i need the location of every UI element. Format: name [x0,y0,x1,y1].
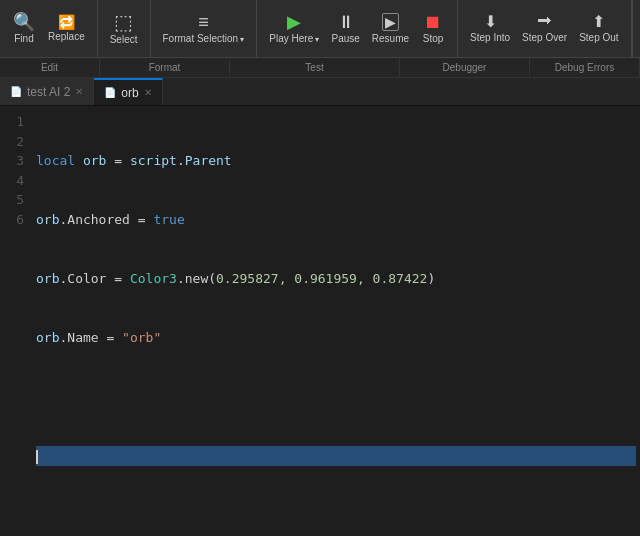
play-label: Play Here [269,33,319,44]
tab-test-icon: 📄 [10,86,22,97]
token: . [177,153,185,168]
select-icon: ⬚ [114,12,133,32]
line-num-3: 3 [8,151,24,171]
token: script [130,153,177,168]
token: Color3 [130,271,177,286]
select-group: ⬚ Select [98,0,151,57]
tab-test-close[interactable]: ✕ [75,87,83,97]
debugger-group: ⬇ Step Into ⮕ Step Over ⬆ Step Out [458,0,632,57]
select-button[interactable]: ⬚ Select [104,0,144,57]
code-line-3: orb.Color = Color3.new(0.295827, 0.96195… [36,269,636,289]
resume-label: Resume [372,33,409,44]
format-button[interactable]: ≡ Format Selection [157,0,251,57]
code-line-5 [36,387,636,407]
edit-group: 🔍 Find 🔁 Replace [0,0,98,57]
step-out-label: Step Out [579,32,618,43]
format-section-label: Format [100,58,230,77]
step-into-button[interactable]: ⬇ Step Into [464,0,516,57]
tab-test-label: test AI 2 [27,85,70,99]
token: true [153,212,184,227]
step-into-icon: ⬇ [484,14,497,30]
tab-orb-label: orb [121,86,138,100]
code-editor[interactable]: local orb = script.Parent orb.Anchored =… [32,106,640,536]
token: .Anchored = [59,212,153,227]
find-label: Find [14,33,33,44]
line-numbers: 1 2 3 4 5 6 [0,106,32,536]
resume-button[interactable]: ▶ Resume [366,0,415,57]
test-section-label: Test [230,58,400,77]
tab-orb[interactable]: 📄 orb ✕ [94,78,162,105]
step-out-icon: ⬆ [592,14,605,30]
tabs-bar: 📄 test AI 2 ✕ 📄 orb ✕ [0,78,640,106]
token: .Name = [59,330,122,345]
token: ) [427,271,435,286]
debug-options-panel: Never Go to Script On All Exceptions Rel… [632,0,640,57]
debug-errors-section-label: Debug Errors [530,58,640,77]
editor: 1 2 3 4 5 6 local orb = script.Parent or… [0,106,640,536]
stop-icon: ⏹ [424,13,442,31]
token: .Color = [59,271,129,286]
section-bar: Edit Format Test Debugger Debug Errors [0,58,640,78]
stop-button[interactable]: ⏹ Stop [415,0,451,57]
code-line-2: orb.Anchored = true [36,210,636,230]
step-into-label: Step Into [470,32,510,43]
stop-label: Stop [423,33,444,44]
test-group: ▶ Play Here ⏸ Pause ▶ Resume ⏹ Stop [257,0,458,57]
code-line-1: local orb = script.Parent [36,151,636,171]
step-out-button[interactable]: ⬆ Step Out [573,0,624,57]
token: orb [36,212,59,227]
token: 0.295827, 0.961959, 0.87422 [216,271,427,286]
token: orb [36,330,59,345]
select-label: Select [110,34,138,45]
format-icon: ≡ [198,13,209,31]
find-icon: 🔍 [13,13,35,31]
resume-icon: ▶ [382,13,399,31]
line-num-5: 5 [8,190,24,210]
tab-orb-close[interactable]: ✕ [144,88,152,98]
token: .new( [177,271,216,286]
replace-icon: 🔁 [58,15,75,29]
format-label: Format Selection [163,33,245,44]
token: = [106,153,129,168]
format-group: ≡ Format Selection [151,0,258,57]
token: "orb" [122,330,161,345]
tab-test-ai-2[interactable]: 📄 test AI 2 ✕ [0,78,94,105]
step-over-button[interactable]: ⮕ Step Over [516,0,573,57]
toolbar: 🔍 Find 🔁 Replace ⬚ Select ≡ Format Selec… [0,0,640,58]
play-icon: ▶ [287,13,301,31]
token: Parent [185,153,232,168]
tab-orb-icon: 📄 [104,87,116,98]
debugger-section-label: Debugger [400,58,530,77]
pause-button[interactable]: ⏸ Pause [325,0,365,57]
token: local [36,153,83,168]
code-line-6 [36,446,636,466]
play-button[interactable]: ▶ Play Here [263,0,325,57]
pause-icon: ⏸ [337,13,355,31]
token: orb [36,271,59,286]
pause-label: Pause [331,33,359,44]
replace-label: Replace [48,31,85,42]
line-num-2: 2 [8,132,24,152]
edit-section-label: Edit [0,58,100,77]
cursor [36,450,38,464]
replace-button[interactable]: 🔁 Replace [42,0,91,57]
step-over-icon: ⮕ [537,14,553,30]
line-num-1: 1 [8,112,24,132]
line-num-6: 6 [8,210,24,230]
find-button[interactable]: 🔍 Find [6,0,42,57]
code-line-4: orb.Name = "orb" [36,328,636,348]
line-num-4: 4 [8,171,24,191]
token: orb [83,153,106,168]
step-over-label: Step Over [522,32,567,43]
